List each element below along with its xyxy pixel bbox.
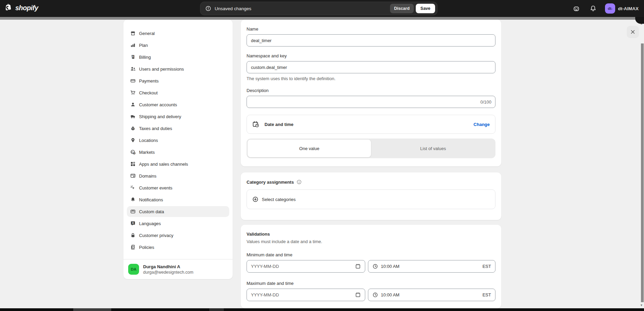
select-categories-label: Select categories — [262, 197, 296, 202]
map-pin-icon — [130, 138, 136, 143]
change-type-link[interactable]: Change — [473, 122, 490, 127]
validations-subtitle: Values must include a date and a time. — [247, 239, 495, 244]
store-name: dt-AIMAX — [618, 6, 639, 11]
sidebar-item-languages[interactable]: ALanguages — [127, 218, 229, 229]
validations-title: Validations — [247, 232, 495, 237]
sidebar-item-label: Billing — [139, 55, 151, 60]
sidebar-item-locations[interactable]: Locations — [127, 135, 229, 146]
category-assignments-title: Category assignments — [247, 180, 294, 185]
min-date-input[interactable] — [251, 264, 352, 269]
notifications-bell-icon[interactable] — [588, 3, 598, 14]
sidekick-icon[interactable] — [571, 3, 581, 14]
sidebar-item-checkout[interactable]: Checkout — [127, 87, 229, 98]
sidebar-item-customer-accounts[interactable]: Customer accounts — [127, 99, 229, 110]
namespace-help-text: The system uses this to identify the def… — [247, 76, 495, 81]
name-input[interactable] — [247, 34, 495, 47]
cardinality-segmented-control: One value List of values — [247, 139, 495, 158]
max-timezone-label: EST — [483, 292, 491, 297]
sidebar-item-label: Customer events — [139, 185, 172, 190]
sidebar-item-taxes-and-duties[interactable]: %Taxes and duties — [127, 123, 229, 134]
validations-card: Validations Values must include a date a… — [241, 225, 501, 308]
shopify-logo[interactable]: shopify — [5, 3, 38, 12]
max-date-input[interactable] — [251, 292, 352, 297]
sidebar-item-markets[interactable]: $Markets — [127, 147, 229, 158]
discard-button[interactable]: Discard — [390, 4, 414, 13]
sidebar-item-custom-data[interactable]: Custom data — [127, 206, 229, 217]
sidebar-item-customer-events[interactable]: Customer events — [127, 182, 229, 193]
receipt-icon: $ — [130, 54, 136, 60]
sidebar-item-label: Domains — [139, 173, 156, 179]
scrollbar-thumb[interactable] — [641, 43, 644, 302]
translate-icon: A — [130, 221, 136, 226]
max-date-input-box[interactable] — [247, 289, 365, 301]
min-time-input-box[interactable]: 10:00 AM EST — [368, 260, 495, 273]
list-of-values-segment[interactable]: List of values — [371, 139, 495, 158]
user-info: Durga Nandhini A durga@wedesigntech.com — [143, 264, 193, 275]
apps-grid-icon — [130, 161, 136, 167]
sidebar-item-label: Locations — [139, 138, 158, 143]
plan-chart-icon — [130, 42, 136, 48]
taskbar-segment — [209, 308, 224, 311]
max-time-input-box[interactable]: 10:00 AM EST — [368, 289, 495, 301]
sidebar-item-notifications[interactable]: Notifications — [127, 194, 229, 205]
corner-wedge — [635, 17, 644, 24]
sidebar-item-users-and-permissions[interactable]: Users and permissions — [127, 63, 229, 74]
svg-text:$: $ — [134, 152, 135, 154]
sidebar-item-customer-privacy[interactable]: Customer privacy — [127, 230, 229, 241]
sidebar-item-apps-and-sales-channels[interactable]: Apps and sales channels — [127, 159, 229, 169]
sidebar-item-label: Languages — [139, 221, 161, 226]
truck-icon — [130, 114, 136, 119]
shopify-wordmark: shopify — [15, 4, 38, 12]
lock-icon — [130, 233, 136, 238]
namespace-input[interactable] — [247, 61, 495, 73]
store-menu[interactable]: dt- dt-AIMAX — [605, 3, 639, 14]
scrollbar-down-arrow[interactable]: ▼ — [640, 304, 643, 307]
sidebar-item-label: Notifications — [139, 197, 163, 202]
description-label: Description — [247, 88, 495, 93]
sidebar-item-plan[interactable]: Plan — [127, 40, 229, 51]
sidebar-item-general[interactable]: General — [127, 28, 229, 39]
save-button[interactable]: Save — [416, 4, 435, 13]
sidebar-item-payments[interactable]: Payments — [127, 75, 229, 86]
info-icon[interactable] — [296, 179, 302, 185]
sidebar-item-shipping-and-delivery[interactable]: Shipping and delivery — [127, 111, 229, 122]
description-input[interactable] — [247, 96, 495, 108]
sidebar-item-label: Apps and sales channels — [139, 162, 188, 167]
topbar-divider-strip — [0, 17, 644, 20]
sidebar-item-label: Customer privacy — [139, 233, 173, 238]
topbar-right: dt- dt-AIMAX — [571, 0, 639, 17]
max-time-value: 10:00 AM — [381, 292, 480, 297]
close-icon — [630, 29, 636, 35]
sidebar-item-billing[interactable]: $Billing — [127, 52, 229, 62]
unsaved-changes-bar: Unsaved changes Discard Save — [200, 2, 437, 15]
definition-card: Name Namespace and key The system uses t… — [241, 20, 501, 166]
user-name: Durga Nandhini A — [143, 264, 193, 269]
browser-window-icon — [130, 173, 136, 179]
min-date-input-box[interactable] — [247, 260, 365, 273]
sidebar-item-label: Markets — [139, 150, 155, 155]
sidebar-item-label: Payments — [139, 78, 159, 84]
min-timezone-label: EST — [483, 264, 491, 269]
min-time-value: 10:00 AM — [381, 264, 480, 269]
shopify-bag-icon — [5, 3, 13, 12]
close-button[interactable] — [627, 26, 639, 38]
taskbar-segment — [73, 308, 111, 311]
custom-data-icon — [130, 209, 136, 214]
metafield-definition-panel: Name Namespace and key The system uses t… — [241, 20, 501, 308]
globe-dollar-icon: $ — [130, 149, 136, 155]
user-email: durga@wedesigntech.com — [143, 270, 193, 275]
name-label: Name — [247, 26, 495, 32]
sidebar-item-label: Custom data — [139, 209, 164, 214]
calendar-icon — [355, 292, 361, 298]
sidebar-item-policies[interactable]: Policies — [127, 242, 229, 253]
sidebar-item-label: Shipping and delivery — [139, 114, 181, 119]
select-categories-button[interactable]: Select categories — [247, 189, 495, 209]
document-icon — [130, 244, 136, 250]
user-block[interactable]: DA Durga Nandhini A durga@wedesigntech.c… — [123, 259, 233, 279]
category-assignments-card: Category assignments Select categories — [241, 172, 501, 220]
one-value-segment[interactable]: One value — [247, 139, 371, 158]
sidebar-item-label: Policies — [139, 245, 154, 250]
tax-bag-icon: % — [130, 126, 136, 131]
content-type-label: Date and time — [265, 122, 468, 127]
sidebar-item-domains[interactable]: Domains — [127, 170, 229, 181]
